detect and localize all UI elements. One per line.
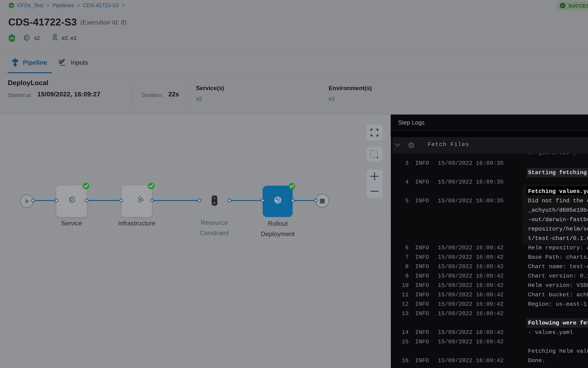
- svg-text:∞: ∞: [10, 3, 13, 8]
- svg-text:∞: ∞: [10, 35, 14, 41]
